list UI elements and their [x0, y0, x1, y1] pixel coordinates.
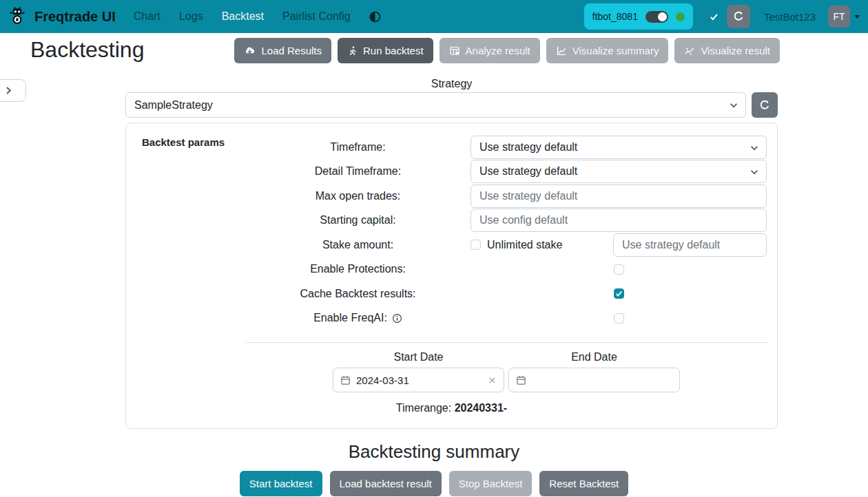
refresh-strategy-button[interactable] — [752, 92, 778, 118]
username-label: TestBot123 — [764, 11, 816, 23]
end-date-input[interactable] — [508, 368, 680, 392]
unlimited-stake-checkbox[interactable] — [471, 240, 481, 250]
start-date-label: Start Date — [333, 351, 504, 363]
chart-scatter-icon — [684, 45, 695, 56]
detail-timeframe-select[interactable]: Use strategy default — [471, 160, 767, 183]
run-icon — [347, 45, 358, 56]
brand-title: Freqtrade UI — [34, 9, 116, 25]
chart-line-icon — [556, 45, 567, 56]
stake-amount-label: Stake amount: — [245, 239, 471, 251]
freqtrade-robot-logo-icon — [7, 6, 28, 27]
chevron-down-icon — [750, 167, 759, 180]
detail-timeframe-label: Detail Timeframe: — [245, 165, 471, 178]
analyze-result-button[interactable]: Analyze result — [440, 38, 540, 63]
chevron-down-icon — [729, 101, 738, 113]
backtest-params-legend: Backtest params — [142, 136, 225, 148]
visualize-result-label: Visualize result — [701, 45, 770, 56]
calendar-icon — [516, 375, 526, 385]
strategy-row: SampleStrategy — [125, 92, 778, 118]
bot-selector[interactable]: ftbot_8081 — [584, 3, 693, 30]
timeframe-label: Timeframe: — [245, 141, 471, 154]
enable-protections-checkbox[interactable] — [614, 264, 624, 275]
start-date-input[interactable]: 2024-03-31 — [333, 368, 504, 392]
backtesting-summary-title: Backtesting summary — [0, 441, 868, 463]
detail-timeframe-selected-value: Use strategy default — [479, 165, 577, 178]
stop-backtest-button[interactable]: Stop Backtest — [449, 471, 533, 496]
header-buttons: Load Results Run backtest — [234, 38, 780, 63]
max-open-trades-input[interactable] — [471, 184, 767, 208]
enable-freqai-row: Enable FreqAI: — [245, 306, 777, 331]
enable-freqai-checkbox[interactable] — [614, 313, 624, 324]
cache-backtest-results-label: Cache Backtest results: — [245, 288, 471, 300]
enable-protections-row: Enable Protections: — [245, 257, 777, 282]
visualize-result-button[interactable]: Visualize result — [674, 38, 780, 63]
analyze-result-label: Analyze result — [466, 45, 530, 56]
strategy-selected-value: SampleStrategy — [134, 99, 213, 112]
load-backtest-result-button[interactable]: Load backtest result — [330, 471, 442, 496]
cache-backtest-results-checkbox[interactable] — [614, 288, 624, 299]
end-date-col: End Date — [508, 351, 680, 392]
run-backtest-label: Run backtest — [363, 45, 424, 56]
nav-link-chart[interactable]: Chart — [134, 10, 161, 23]
theme-toggle-icon[interactable] — [369, 11, 381, 23]
start-backtest-label: Start backtest — [249, 478, 313, 489]
sidebar-expand-button[interactable] — [0, 79, 26, 102]
table-gear-icon — [449, 45, 460, 56]
visualize-summary-label: Visualize summary — [572, 45, 659, 56]
user-avatar[interactable]: FT — [828, 6, 850, 28]
unlimited-stake-label: Unlimited stake — [487, 239, 562, 251]
nav-link-pairlist-config[interactable]: Pairlist Config — [282, 10, 351, 23]
backtest-params-card: Backtest params Timeframe: Use strategy … — [125, 123, 778, 429]
cache-backtest-results-row: Cache Backtest results: — [245, 282, 777, 306]
timerange-value: 20240331- — [455, 402, 508, 414]
load-results-button[interactable]: Load Results — [234, 38, 331, 63]
strategy-label: Strategy — [125, 78, 778, 90]
starting-capital-label: Starting capital: — [245, 214, 471, 226]
enable-freqai-label: Enable FreqAI: — [313, 312, 387, 324]
reload-bot-button[interactable] — [727, 5, 750, 28]
strategy-select[interactable]: SampleStrategy — [125, 92, 746, 118]
page-header: Backtesting Load Results Run — [0, 33, 868, 63]
reset-backtest-button[interactable]: Reset Backtest — [539, 471, 628, 496]
start-date-col: Start Date 2024-03-31 — [333, 351, 504, 392]
date-range: Start Date 2024-03-31 End Date — [245, 351, 767, 392]
bot-online-dot — [676, 12, 685, 21]
max-open-trades-label: Max open trades: — [245, 190, 471, 202]
clear-date-icon[interactable] — [488, 376, 497, 385]
chevron-right-icon — [4, 86, 13, 95]
starting-capital-input[interactable] — [471, 209, 767, 232]
cloud-download-icon — [244, 45, 256, 56]
enable-protections-label: Enable Protections: — [245, 263, 471, 275]
navbar-right: ftbot_8081 TestBot123 FT — [584, 3, 860, 30]
avatar-initials: FT — [833, 11, 845, 22]
nav-link-backtest[interactable]: Backtest — [222, 10, 264, 23]
run-backtest-button[interactable]: Run backtest — [338, 38, 433, 63]
check-icon — [710, 12, 719, 21]
page-title: Backtesting — [30, 37, 144, 63]
brand[interactable]: Freqtrade UI — [7, 6, 116, 27]
chevron-down-icon — [750, 143, 759, 156]
info-icon[interactable] — [392, 313, 402, 324]
nav-link-logs[interactable]: Logs — [179, 10, 203, 23]
stake-amount-controls: Unlimited stake — [471, 233, 767, 257]
start-backtest-button[interactable]: Start backtest — [240, 471, 322, 496]
calendar-icon — [340, 375, 351, 385]
summary-buttons: Start backtest Load backtest result Stop… — [0, 471, 868, 496]
end-date-label: End Date — [508, 351, 680, 363]
visualize-summary-button[interactable]: Visualize summary — [546, 38, 669, 63]
navbar: Freqtrade UI Chart Logs Backtest Pairlis… — [0, 0, 868, 33]
timerange: Timerange: 20240331- — [126, 402, 777, 414]
timeframe-select[interactable]: Use strategy default — [471, 136, 767, 159]
divider — [245, 342, 767, 343]
start-date-value: 2024-03-31 — [356, 374, 482, 386]
load-results-label: Load Results — [261, 45, 322, 56]
stake-amount-input[interactable] — [613, 233, 767, 257]
detail-timeframe-row: Detail Timeframe: Use strategy default — [245, 160, 777, 184]
timeframe-row: Timeframe: Use strategy default — [245, 135, 777, 160]
avatar-caret-down-icon[interactable] — [854, 15, 860, 19]
stake-amount-row: Stake amount: Unlimited stake — [245, 233, 777, 257]
nav-links: Chart Logs Backtest Pairlist Config — [134, 10, 351, 23]
backtest-main: Strategy SampleStrategy Backtest params … — [125, 78, 778, 429]
max-open-trades-row: Max open trades: — [245, 184, 777, 209]
bot-toggle[interactable] — [645, 11, 668, 23]
